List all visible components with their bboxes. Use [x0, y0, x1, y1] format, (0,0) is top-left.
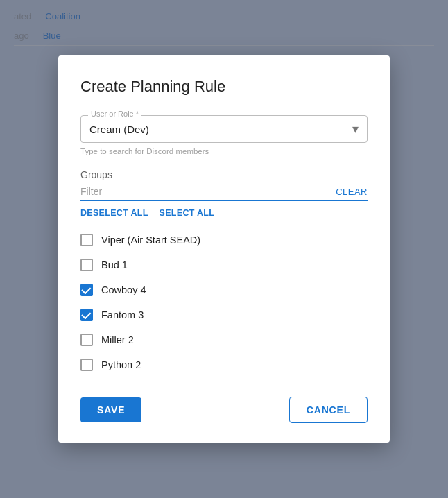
checkbox-label-fantom3: Fantom 3 [101, 309, 144, 320]
checkbox-label-cowboy4: Cowboy 4 [101, 284, 146, 295]
user-role-field[interactable]: User or Role * Cream (Dev) ▾ [80, 115, 368, 143]
checkbox-cowboy4[interactable] [80, 284, 93, 296]
dialog-footer: SAVE CANCEL [80, 397, 368, 423]
checkbox-fantom3[interactable] [80, 309, 93, 321]
dialog-title: Create Planning Rule [80, 78, 368, 96]
groups-label: Groups [80, 169, 368, 180]
filter-bar: CLEAR [80, 186, 368, 201]
checkbox-item-bud1[interactable]: Bud 1 [80, 252, 368, 277]
checkbox-label-bud1: Bud 1 [101, 259, 128, 271]
cancel-button[interactable]: CANCEL [289, 397, 368, 423]
checkbox-item-miller2[interactable]: Miller 2 [80, 327, 368, 352]
dropdown-icon[interactable]: ▾ [352, 121, 359, 137]
checkbox-python2[interactable] [80, 359, 93, 371]
checkbox-item-fantom3[interactable]: Fantom 3 [80, 302, 368, 327]
checkbox-label-viper: Viper (Air Start SEAD) [101, 234, 200, 246]
deselect-all-button[interactable]: DESELECT ALL [80, 208, 148, 218]
select-actions: DESELECT ALL SELECT ALL [80, 208, 368, 218]
checkbox-viper[interactable] [80, 234, 93, 246]
user-role-value: Cream (Dev) [89, 123, 149, 135]
checkbox-item-python2[interactable]: Python 2 [80, 352, 368, 377]
user-role-hint: Type to search for Discord members [80, 147, 368, 155]
checkbox-item-cowboy4[interactable]: Cowboy 4 [80, 277, 368, 302]
checkbox-miller2[interactable] [80, 334, 93, 346]
filter-input[interactable] [80, 186, 336, 197]
checkbox-bud1[interactable] [80, 259, 93, 271]
select-all-button[interactable]: SELECT ALL [160, 208, 215, 218]
groups-checkbox-list: Viper (Air Start SEAD)Bud 1Cowboy 4Fanto… [80, 227, 368, 377]
create-planning-rule-dialog: Create Planning Rule User or Role * Crea… [58, 55, 390, 443]
checkbox-label-python2: Python 2 [101, 359, 141, 370]
checkbox-label-miller2: Miller 2 [101, 334, 134, 345]
clear-button[interactable]: CLEAR [336, 187, 368, 197]
save-button[interactable]: SAVE [80, 397, 141, 422]
user-role-label: User or Role * [88, 110, 141, 118]
checkbox-item-viper[interactable]: Viper (Air Start SEAD) [80, 227, 368, 252]
